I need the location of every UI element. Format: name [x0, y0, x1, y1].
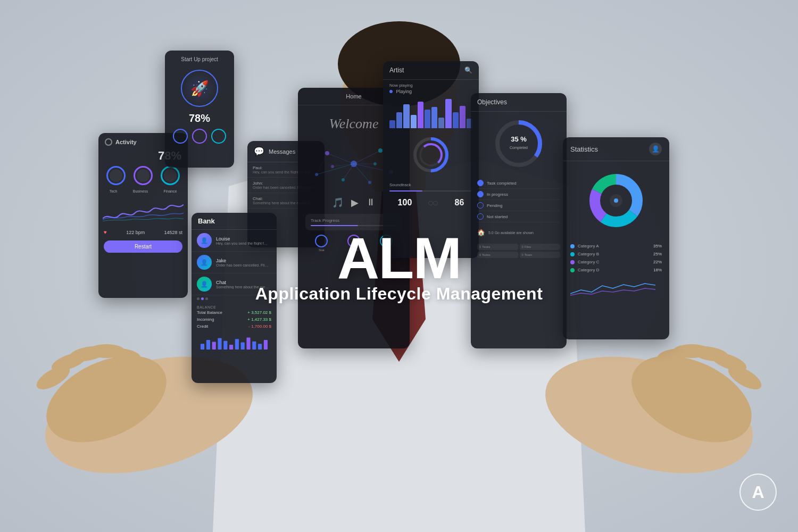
incoming-val: + 1,427.33 $: [247, 317, 271, 322]
avatar-3: 👤: [197, 277, 212, 292]
legend-label-3: Category C: [578, 260, 599, 264]
grid-cell-3: ≡ Notes: [477, 252, 518, 258]
steps-value: 14528 st: [164, 230, 182, 235]
home-icon: 🏠: [477, 229, 485, 236]
gear-icon: [105, 138, 112, 146]
startup-percent: 78%: [165, 110, 234, 127]
total-balance-name: Total Balance: [197, 310, 222, 315]
contact-name-3: Chat: [216, 280, 269, 285]
statistics-legend: Category A 35% Category B 25% Category C…: [563, 240, 669, 276]
objectives-bottom-grid: ≡ Tasks ≡ Files ≡ Notes ≡ Team: [471, 240, 567, 261]
mini-bar-chart: [192, 333, 277, 352]
balance-label: BALANCE: [197, 305, 271, 309]
artist-card: Artist 🔍 Now playing Playing: [383, 61, 479, 258]
statistics-bottom: [563, 276, 669, 301]
incoming-name: Incoming: [197, 317, 214, 322]
search-icon[interactable]: 🔍: [464, 66, 472, 74]
statistics-header: Statistics 👤: [563, 137, 669, 161]
rocket-icon: 🚀: [190, 80, 209, 97]
incoming-row: Incoming + 1,427.33 $: [197, 316, 271, 323]
statistics-card: Statistics 👤 Category A: [563, 137, 669, 339]
contact-name-2: Jake: [216, 258, 269, 263]
svg-line-48: [332, 164, 354, 167]
obj-check-4: [477, 213, 484, 220]
artist-title: Artist: [389, 66, 404, 74]
restart-button[interactable]: Restart: [104, 240, 182, 253]
svg-rect-32: [264, 340, 268, 350]
grid-cell-2: ≡ Files: [520, 244, 561, 250]
track-dot: [389, 90, 393, 93]
soundtrack-progress[interactable]: [389, 190, 472, 192]
legend-item-2: Category B 25%: [570, 250, 662, 258]
legend-val-2: 25%: [653, 252, 662, 256]
legend-label-1: Category A: [578, 244, 599, 248]
contact-msg-3: Something here about the meeting: [216, 285, 269, 289]
cards-container: Activity 78% Tech Business Finance ♥ 122…: [0, 0, 798, 532]
legend-label-2: Category B: [578, 252, 599, 256]
legend-val-4: 18%: [653, 268, 662, 272]
objectives-list: Task completed In progress Pending Not s…: [471, 176, 567, 225]
metric-separator: ◯◯: [428, 201, 438, 205]
obj-item-4: Not started: [477, 211, 560, 222]
metric-val-2: 86: [455, 198, 464, 207]
progress-ring-container: [383, 128, 479, 181]
wave-chart: [98, 194, 188, 226]
obj-check-2: [477, 191, 484, 197]
footer-text: 5.0 Go available are shown: [488, 231, 534, 235]
objectives-footer: 🏠 5.0 Go available are shown: [471, 225, 567, 240]
statistics-title: Statistics: [570, 145, 598, 153]
soundtrack-label: Soundtrack: [383, 181, 479, 188]
grid-cell-1: ≡ Tasks: [477, 244, 518, 250]
legend-val-1: 35%: [653, 244, 662, 248]
dots-row: [192, 295, 277, 302]
metric-val-1: 100: [398, 198, 412, 207]
tag-business: Business: [133, 189, 148, 193]
svg-line-50: [317, 153, 327, 174]
grid-cell-4: ≡ Team: [520, 252, 561, 258]
svg-rect-22: [206, 340, 210, 350]
dot-2: [201, 297, 204, 300]
objectives-header: Objectives: [471, 93, 567, 112]
bpm-value: 122 bpm: [126, 230, 145, 235]
legend-dot-3: [570, 260, 575, 264]
legend-dot-4: [570, 268, 575, 272]
svg-line-44: [317, 164, 354, 174]
dot-3: [205, 297, 208, 300]
svg-rect-27: [235, 339, 239, 350]
donut-chart: [563, 161, 669, 240]
tag-tech: Tech: [110, 189, 118, 193]
audio-visualizer: [383, 96, 479, 128]
avatar-row-2: 👤 Jake Order has been cancelled. Flight …: [192, 252, 277, 273]
total-balance-val: + 3,527.02 $: [247, 310, 271, 315]
svg-rect-26: [229, 345, 233, 350]
heart-icon: ♥: [104, 229, 107, 235]
svg-rect-21: [201, 344, 204, 350]
progress-section: 35 % Completed: [471, 112, 567, 176]
bank-card: Bank 👤 Louise Hey, can you send the flig…: [192, 213, 277, 383]
contact-name-1: Louise: [216, 236, 269, 242]
svg-rect-24: [218, 338, 221, 350]
dot-1: [197, 297, 200, 300]
metric-1: 100: [398, 198, 412, 207]
svg-rect-23: [212, 342, 216, 350]
music-icon: 🎵: [332, 197, 344, 209]
play-icon[interactable]: ▶: [351, 197, 359, 209]
startup-card: Start Up project 🚀 78%: [165, 51, 234, 168]
contact-msg-1: Hey, can you send the flight for the...: [216, 242, 269, 245]
svg-rect-28: [241, 343, 245, 350]
balance-section: BALANCE Total Balance + 3,527.02 $ Incom…: [192, 302, 277, 333]
circle-tech: [106, 166, 126, 185]
startup-circles: [165, 127, 234, 146]
obj-item-2: In progress: [477, 189, 560, 200]
obj-item-1: Task completed: [477, 178, 560, 189]
obj-check-3: [477, 202, 484, 209]
legend-label-4: Category D: [578, 268, 599, 272]
metrics-row: 100 ◯◯ 86: [383, 194, 479, 212]
messages-title: Messages: [269, 148, 295, 155]
startup-title: Start Up project: [165, 51, 234, 66]
pause-icon[interactable]: ⏸: [366, 197, 376, 209]
avatar-row-1: 👤 Louise Hey, can you send the flight fo…: [192, 230, 277, 252]
track-name: Playing: [383, 89, 479, 96]
legend-dot-2: [570, 252, 575, 256]
circle-finance: [161, 166, 180, 185]
